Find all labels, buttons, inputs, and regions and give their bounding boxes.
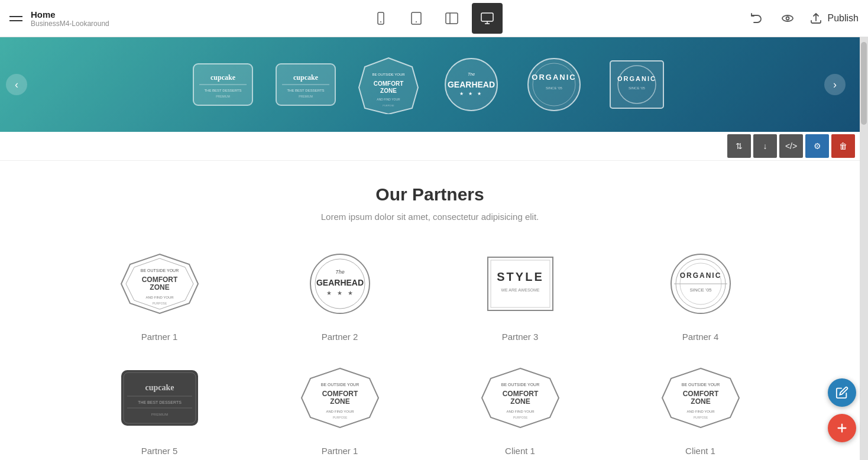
carousel-prev-button[interactable]: ‹ xyxy=(6,74,27,95)
partner-item-5: cupcake THE BEST DESSERTS PREMIUM Partne… xyxy=(75,359,244,456)
svg-text:ZONE: ZONE xyxy=(691,397,710,406)
svg-point-9 xyxy=(782,15,793,21)
svg-text:BE OUTSIDE YOUR: BE OUTSIDE YOUR xyxy=(501,383,539,387)
svg-text:COMFORT: COMFORT xyxy=(374,80,404,87)
svg-text:SINCE '05: SINCE '05 xyxy=(629,86,645,90)
topbar-right: Publish xyxy=(728,9,859,28)
svg-text:ORGANIC: ORGANIC xyxy=(679,271,721,280)
settings-icon: ⚙ xyxy=(814,141,821,151)
fab-edit-button[interactable] xyxy=(828,378,856,407)
carousel-logo-6: ORGANIC SINCE '05 xyxy=(604,52,669,117)
svg-text:PREMIUM: PREMIUM xyxy=(216,95,230,98)
svg-text:cupcake: cupcake xyxy=(210,73,236,82)
page-title: Home xyxy=(31,9,109,20)
device-desktop-button[interactable] xyxy=(472,3,503,34)
partner-name-3: Partner 3 xyxy=(502,332,539,342)
svg-text:ORGANIC: ORGANIC xyxy=(617,75,656,82)
code-button[interactable]: </> xyxy=(779,134,803,158)
partner-item-1: BE OUTSIDE YOUR COMFORT ZONE AND FIND YO… xyxy=(75,245,244,342)
svg-text:★: ★ xyxy=(468,91,472,96)
delete-button[interactable]: 🗑 xyxy=(831,134,855,158)
svg-text:COMFORT: COMFORT xyxy=(322,390,358,398)
carousel-next-button[interactable]: › xyxy=(824,74,846,95)
settings-button[interactable]: ⚙ xyxy=(805,134,829,158)
partner-name-6: Partner 1 xyxy=(322,446,358,456)
svg-text:AND FIND YOUR: AND FIND YOUR xyxy=(506,410,535,413)
scrollbar-track[interactable] xyxy=(860,37,868,460)
main-area: ‹ cupcake THE BEST DESSERTS PREMIUM xyxy=(0,37,868,460)
svg-text:★: ★ xyxy=(459,91,464,96)
svg-point-33 xyxy=(528,59,580,111)
partner-item-6: BE OUTSIDE YOUR COMFORT ZONE AND FIND YO… xyxy=(255,359,424,456)
svg-rect-4 xyxy=(446,13,458,24)
trash-icon: 🗑 xyxy=(839,141,847,151)
svg-point-10 xyxy=(786,17,789,20)
device-tablet-button[interactable] xyxy=(401,3,432,34)
move-icon: ⇅ xyxy=(736,141,743,151)
svg-text:★: ★ xyxy=(326,290,332,296)
svg-text:COMFORT: COMFORT xyxy=(141,276,177,284)
svg-rect-65 xyxy=(121,370,198,426)
svg-text:THE BEST DESSERTS: THE BEST DESSERTS xyxy=(138,400,182,404)
svg-text:BE OUTSIDE YOUR: BE OUTSIDE YOUR xyxy=(681,383,719,387)
page-subtitle: BusinessM4-Lookaround xyxy=(31,20,109,28)
partner-item-8: BE OUTSIDE YOUR COMFORT ZONE AND FIND YO… xyxy=(616,359,785,456)
svg-text:ZONE: ZONE xyxy=(510,397,530,406)
svg-text:PREMIUM: PREMIUM xyxy=(151,413,167,416)
device-mobile-button[interactable] xyxy=(365,3,396,34)
topbar-left: Home BusinessM4-Lookaround xyxy=(9,9,140,28)
svg-rect-55 xyxy=(488,257,553,310)
preview-button[interactable] xyxy=(778,9,797,28)
svg-text:BE OUTSIDE YOUR: BE OUTSIDE YOUR xyxy=(372,73,405,76)
carousel-logo-2: cupcake THE BEST DESSERTS PREMIUM xyxy=(273,52,338,117)
move-updown-button[interactable]: ⇅ xyxy=(727,134,751,158)
svg-text:PURPOSE: PURPOSE xyxy=(513,416,527,419)
partner-name-7: Client 1 xyxy=(505,446,535,456)
svg-text:cupcake: cupcake xyxy=(145,383,174,392)
partners-grid: BE OUTSIDE YOUR COMFORT ZONE AND FIND YO… xyxy=(75,245,785,456)
partners-subtext: Lorem ipsum dolor sit amet, consectetur … xyxy=(35,212,824,222)
code-icon: </> xyxy=(785,141,797,151)
partner-name-8: Client 1 xyxy=(685,446,715,456)
partner-name-2: Partner 2 xyxy=(322,332,358,342)
svg-rect-6 xyxy=(481,13,493,21)
section-toolbar: ⇅ ↓ </> ⚙ 🗑 xyxy=(0,132,860,161)
carousel-logos: cupcake THE BEST DESSERTS PREMIUM cupcak… xyxy=(155,52,705,117)
fab-area xyxy=(828,378,856,442)
svg-text:SINCE '05: SINCE '05 xyxy=(546,86,562,90)
content-area: ‹ cupcake THE BEST DESSERTS PREMIUM xyxy=(0,37,860,460)
svg-text:BE OUTSIDE YOUR: BE OUTSIDE YOUR xyxy=(140,268,178,273)
svg-text:WE ARE AWESOME: WE ARE AWESOME xyxy=(501,288,539,292)
partner-logo-8: BE OUTSIDE YOUR COMFORT ZONE AND FIND YO… xyxy=(653,359,748,436)
hamburger-menu[interactable] xyxy=(9,16,22,21)
scrollbar-thumb[interactable] xyxy=(861,42,867,125)
download-button[interactable]: ↓ xyxy=(753,134,777,158)
partner-item-4: ORGANIC SINCE '05 Partner 4 xyxy=(616,245,785,342)
svg-text:PURPOSE: PURPOSE xyxy=(332,416,347,419)
partner-item-3: STYLE WE ARE AWESOME Partner 3 xyxy=(436,245,604,342)
svg-point-1 xyxy=(380,21,381,22)
svg-text:THE BEST DESSERTS: THE BEST DESSERTS xyxy=(204,89,241,92)
topbar: Home BusinessM4-Lookaround xyxy=(0,0,868,37)
download-icon: ↓ xyxy=(763,141,767,151)
partner-item-2: The GEARHEAD ★ ★ ★ Partner 2 xyxy=(255,245,424,342)
svg-text:BE OUTSIDE YOUR: BE OUTSIDE YOUR xyxy=(320,383,358,387)
fab-add-button[interactable] xyxy=(828,414,856,442)
partner-name-1: Partner 1 xyxy=(141,332,178,342)
partner-logo-6: BE OUTSIDE YOUR COMFORT ZONE AND FIND YO… xyxy=(293,359,387,436)
svg-text:SINCE '05: SINCE '05 xyxy=(689,287,712,293)
svg-text:COMFORT: COMFORT xyxy=(682,390,718,398)
svg-text:★: ★ xyxy=(337,290,342,296)
svg-text:ORGANIC: ORGANIC xyxy=(532,73,576,82)
svg-text:The: The xyxy=(468,72,475,76)
svg-text:ZONE: ZONE xyxy=(380,88,397,94)
svg-text:PREMIUM: PREMIUM xyxy=(299,95,313,98)
svg-text:AND FIND YOUR: AND FIND YOUR xyxy=(145,296,174,299)
undo-button[interactable] xyxy=(747,9,766,28)
svg-text:GEARHEAD: GEARHEAD xyxy=(448,80,495,89)
svg-text:PURPOSE: PURPOSE xyxy=(693,416,708,419)
publish-button[interactable]: Publish xyxy=(809,11,859,25)
partners-section: Our Partners Lorem ipsum dolor sit amet,… xyxy=(0,161,860,460)
device-split-button[interactable] xyxy=(436,3,467,34)
partner-logo-5: cupcake THE BEST DESSERTS PREMIUM xyxy=(112,359,207,436)
